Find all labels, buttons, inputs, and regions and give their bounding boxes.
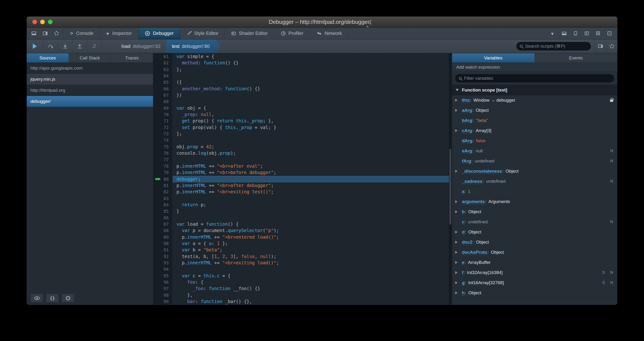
variable-row-carg[interactable]: cArg:Array[3]: [452, 126, 617, 136]
expand-arrow-icon[interactable]: [455, 241, 458, 244]
code-text[interactable]: var simple = {: [173, 53, 449, 60]
grid-button[interactable]: [592, 28, 604, 39]
toolbox-options-button[interactable]: [51, 28, 62, 39]
trace-button[interactable]: →←: [87, 40, 102, 53]
line-number[interactable]: 93: [153, 260, 173, 266]
breadcrumb-frame-load[interactable]: load debugger/:92: [116, 40, 166, 53]
code-text[interactable]: obj.prop = 42;: [173, 144, 449, 150]
expand-arrow-icon[interactable]: [455, 210, 458, 213]
code-text[interactable]: get prop() { return this._prop; },: [173, 118, 449, 124]
variable-row-a[interactable]: a:1: [452, 186, 617, 197]
line-number[interactable]: 98: [153, 292, 173, 298]
line-number[interactable]: 67: [153, 92, 173, 98]
code-text[interactable]: debugger;: [173, 176, 449, 182]
minimize-window-button[interactable]: [40, 20, 45, 24]
code-text[interactable]: }: [173, 208, 449, 214]
line-number[interactable]: 77: [153, 156, 173, 163]
zoom-window-button[interactable]: [48, 20, 52, 24]
code-text[interactable]: p.innerHTML += "<br>after eval";: [173, 163, 449, 169]
code-text[interactable]: }): [173, 92, 449, 98]
variable-name[interactable]: g: [462, 280, 465, 286]
line-number[interactable]: 95: [153, 272, 173, 279]
line-number[interactable]: 78: [153, 163, 173, 169]
line-number[interactable]: 96: [153, 279, 173, 285]
variable-row-d[interactable]: d:Object: [452, 227, 617, 237]
source-item-debugger/[interactable]: debugger/: [27, 96, 153, 107]
add-watch-expression[interactable]: Add watch expression: [452, 63, 617, 72]
line-number[interactable]: 68: [153, 98, 173, 105]
variable-row-arguments[interactable]: arguments:Arguments: [452, 197, 617, 207]
breadcrumb-frame-test[interactable]: test debugger/:80: [166, 40, 220, 53]
step-over-button[interactable]: [43, 40, 58, 53]
code-text[interactable]: ({: [173, 79, 449, 85]
variable-row-f[interactable]: f:Int32Array[16384]S N: [452, 268, 617, 278]
script-search-box[interactable]: [516, 42, 591, 50]
variable-row-c[interactable]: c:undefinedN: [452, 217, 617, 227]
line-number[interactable]: 82: [153, 189, 173, 195]
split-console-button[interactable]: [558, 28, 570, 39]
code-text[interactable]: p.innerHTML += "<br>exiting test()";: [173, 189, 449, 195]
variable-name[interactable]: fArg: [462, 158, 471, 164]
scope-header[interactable]: Function scope [test]: [452, 85, 617, 95]
variable-name[interactable]: _sadness: [462, 179, 482, 184]
code-text[interactable]: var a = { a: 1 };: [173, 240, 449, 247]
line-number[interactable]: 75: [153, 144, 173, 150]
code-text[interactable]: var c = this.c = {: [173, 272, 449, 279]
responsive-mode-button[interactable]: [570, 28, 581, 39]
variable-row-docasproto[interactable]: docAsProto:Object: [452, 248, 617, 258]
tab-profiler[interactable]: Profiler: [274, 28, 310, 39]
fullscreen-icon[interactable]: [367, 23, 371, 27]
tab-network[interactable]: Network: [310, 28, 349, 39]
variable-row-e[interactable]: e:ArrayBuffer: [452, 258, 617, 268]
code-text[interactable]: foo: {: [173, 279, 449, 285]
tab-variables[interactable]: Variables: [452, 53, 535, 62]
variable-row-farg[interactable]: fArg:undefinedN: [452, 156, 617, 166]
variable-name[interactable]: eArg: [462, 148, 472, 154]
dock-bottom-button[interactable]: [28, 28, 40, 39]
expand-arrow-icon[interactable]: [455, 231, 458, 234]
line-number[interactable]: 86: [153, 214, 173, 221]
code-text[interactable]: p.innerHTML += "<br>exiting load()";: [173, 260, 449, 266]
variable-name[interactable]: a: [462, 189, 464, 194]
step-out-button[interactable]: [72, 40, 87, 53]
expand-arrow-icon[interactable]: [455, 292, 458, 294]
code-text[interactable]: [173, 214, 449, 221]
editor-scrollbar[interactable]: [449, 53, 452, 305]
variable-row-darg[interactable]: dArg:false: [452, 136, 617, 146]
line-number[interactable]: 66: [153, 86, 173, 92]
code-text[interactable]: p.innerHTML += "<br>before debugger";: [173, 169, 449, 176]
code-text[interactable]: [173, 195, 449, 202]
code-text[interactable]: var p = document.querySelector("p");: [173, 227, 449, 234]
variable-name[interactable]: _disconsolateness: [462, 168, 502, 174]
source-item-http://ajax.googleapis.com[interactable]: http://ajax.googleapis.com: [27, 63, 153, 74]
line-number[interactable]: 81: [153, 182, 173, 189]
variable-name[interactable]: doc2: [462, 240, 472, 245]
expand-arrow-icon[interactable]: [455, 170, 458, 172]
code-text[interactable]: set prop(val) { this._prop = val; }: [173, 124, 449, 131]
code-text[interactable]: p.innerHTML += "<br>entered load()";: [173, 234, 449, 240]
line-number[interactable]: 69: [153, 105, 173, 111]
tab-style-editor[interactable]: Style Editor: [180, 28, 225, 39]
code-text[interactable]: console.log(obj.prop);: [173, 150, 449, 156]
expand-arrow-icon[interactable]: [455, 261, 458, 264]
code-text[interactable]: [173, 73, 449, 79]
toggle-source-visibility-button[interactable]: [30, 294, 43, 302]
tab-call-stack[interactable]: Call Stack: [69, 53, 111, 62]
close-window-button[interactable]: [32, 20, 37, 24]
code-text[interactable]: _prop: null,: [173, 111, 449, 118]
tab-inspector[interactable]: Inspector: [100, 28, 138, 39]
variable-name[interactable]: d: [462, 230, 465, 235]
variable-name[interactable]: e: [462, 260, 464, 265]
code-text[interactable]: var obj = {: [173, 105, 449, 111]
code-text[interactable]: };: [173, 66, 449, 73]
line-number[interactable]: 72: [153, 124, 173, 131]
dock-side-button[interactable]: [40, 28, 51, 39]
variable-name[interactable]: dArg: [462, 138, 472, 144]
variable-row-h[interactable]: h:Object: [452, 288, 617, 298]
expand-arrow-icon[interactable]: [455, 271, 458, 274]
line-number[interactable]: 76: [153, 150, 173, 156]
line-number[interactable]: 87: [153, 221, 173, 227]
tab-shader-editor[interactable]: Shader Editor: [225, 28, 274, 39]
code-text[interactable]: };: [173, 131, 449, 137]
variables-filter-box[interactable]: [455, 74, 614, 82]
